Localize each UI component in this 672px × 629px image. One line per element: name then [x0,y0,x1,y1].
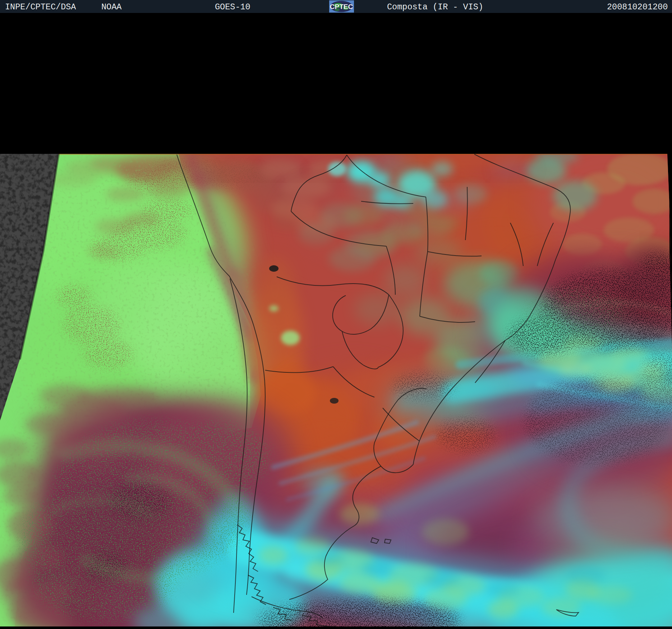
svg-text:CPTEC: CPTEC [330,3,353,10]
svg-text:200810201200: 200810201200 [607,2,668,12]
svg-text:Composta (IR - VIS): Composta (IR - VIS) [387,2,483,12]
svg-text:INPE/CPTEC/DSA: INPE/CPTEC/DSA [5,2,76,12]
svg-text:NOAA: NOAA [101,2,122,12]
svg-text:GOES-10: GOES-10 [215,2,250,12]
